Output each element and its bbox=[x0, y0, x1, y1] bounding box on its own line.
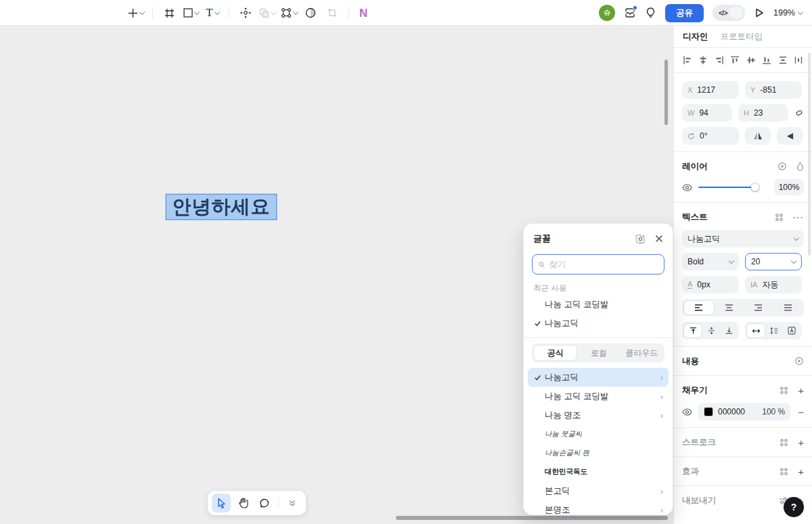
font-list-item[interactable]: 나눔 붓글씨 bbox=[528, 425, 669, 444]
letter-spacing-input[interactable]: A 0px bbox=[682, 276, 739, 293]
height-input[interactable]: H 23 bbox=[738, 104, 788, 122]
align-top-button[interactable] bbox=[730, 55, 740, 65]
layer-visibility-button[interactable] bbox=[682, 184, 692, 191]
font-list-item[interactable]: 대한민국독도 bbox=[528, 462, 669, 481]
y-position-input[interactable]: Y -851 bbox=[745, 81, 802, 99]
slider-knob[interactable] bbox=[751, 183, 759, 191]
fill-section: 채우기 + 000000 100 % − bbox=[674, 376, 812, 428]
close-dialog-button[interactable] bbox=[655, 235, 663, 243]
move-position-tool-button[interactable] bbox=[237, 3, 254, 22]
opacity-slider[interactable] bbox=[698, 183, 759, 191]
auto-width-button[interactable] bbox=[746, 323, 765, 338]
blend-mode-button[interactable] bbox=[777, 162, 787, 171]
align-vertical-center-button[interactable] bbox=[746, 55, 756, 65]
collapse-dock-button[interactable] bbox=[283, 494, 302, 513]
panel-scrollbar[interactable] bbox=[808, 53, 811, 256]
align-horizontal-center-button[interactable] bbox=[698, 55, 708, 65]
content-settings-button[interactable] bbox=[794, 356, 804, 366]
font-list-item[interactable]: 나눔 명조 › bbox=[528, 406, 669, 425]
align-right-button[interactable] bbox=[715, 55, 724, 65]
add-stroke-button[interactable]: + bbox=[798, 437, 804, 448]
tab-design[interactable]: 디자인 bbox=[683, 31, 708, 43]
align-text-bottom-button[interactable] bbox=[720, 323, 738, 338]
mask-contrast-tool-button[interactable] bbox=[302, 3, 319, 22]
font-list-item[interactable]: 나눔 고딕 코딩발 › bbox=[528, 387, 669, 406]
font-search-box[interactable] bbox=[532, 254, 664, 275]
add-fill-button[interactable]: + bbox=[798, 385, 804, 396]
color-swatch[interactable] bbox=[704, 407, 713, 416]
font-list-item[interactable]: 본고딕 › bbox=[528, 481, 669, 500]
stroke-styles-button[interactable] bbox=[780, 438, 788, 447]
idea-bulb-button[interactable] bbox=[645, 7, 656, 19]
share-button[interactable]: 공유 bbox=[665, 4, 704, 22]
distribute-horizontal-button[interactable] bbox=[794, 55, 803, 65]
chevron-down-icon bbox=[292, 9, 298, 14]
font-list-item[interactable]: 본명조 › bbox=[528, 500, 669, 515]
vector-edit-tool-button[interactable] bbox=[280, 3, 298, 22]
font-list-item[interactable]: 나눔고딕 › bbox=[528, 368, 669, 387]
recent-font-item[interactable]: 나눔 고딕 코딩발 bbox=[528, 295, 669, 314]
remove-fill-button[interactable]: − bbox=[798, 406, 804, 418]
text-tool-button[interactable]: T bbox=[204, 3, 221, 22]
flip-vertical-button[interactable] bbox=[777, 127, 803, 145]
align-bottom-button[interactable] bbox=[762, 55, 771, 65]
recent-font-item[interactable]: 나눔고딕 bbox=[528, 314, 669, 333]
width-input[interactable]: W 94 bbox=[682, 104, 732, 122]
text-more-options-button[interactable]: ··· bbox=[793, 212, 804, 222]
comment-tool[interactable] bbox=[255, 494, 274, 513]
line-height-input[interactable]: IA 자동 bbox=[745, 276, 802, 293]
layer-fill-opacity-button[interactable] bbox=[796, 162, 804, 171]
tab-cloud[interactable]: 클라우드 bbox=[621, 345, 663, 361]
text-align-right-button[interactable] bbox=[744, 300, 773, 315]
fixed-size-button[interactable] bbox=[783, 323, 800, 338]
font-settings-button[interactable] bbox=[635, 234, 646, 244]
zoom-level-dropdown[interactable]: 199% bbox=[773, 8, 803, 18]
hand-pan-tool[interactable] bbox=[233, 494, 252, 513]
font-family-select[interactable]: 나눔고딕 bbox=[682, 230, 804, 247]
dev-mode-toggle[interactable]: </> bbox=[713, 5, 745, 21]
avatar[interactable]: 슈 bbox=[599, 5, 615, 21]
rotation-input[interactable]: 0° bbox=[682, 127, 739, 145]
opacity-value-input[interactable]: 100% bbox=[774, 179, 804, 195]
add-tool-button[interactable] bbox=[127, 3, 145, 22]
font-search-input[interactable] bbox=[549, 260, 658, 269]
text-align-left-button[interactable] bbox=[683, 300, 715, 315]
add-effect-button[interactable]: + bbox=[798, 466, 804, 477]
selected-text-layer[interactable]: 안녕하세요 bbox=[166, 195, 276, 219]
constrain-proportions-button[interactable] bbox=[794, 108, 804, 118]
align-text-middle-button[interactable] bbox=[702, 323, 720, 338]
help-button[interactable]: ? bbox=[784, 497, 804, 517]
flip-horizontal-button[interactable] bbox=[745, 127, 771, 145]
tab-local[interactable]: 로컬 bbox=[577, 345, 620, 361]
fill-visibility-button[interactable] bbox=[682, 408, 692, 416]
recent-fonts-label: 최근 사용 bbox=[533, 283, 663, 293]
fill-hex-value[interactable]: 000000 bbox=[718, 407, 745, 416]
canvas-horizontal-scrollbar[interactable] bbox=[396, 516, 668, 520]
align-left-button[interactable] bbox=[683, 55, 692, 65]
font-list-item[interactable]: 나눔손글씨 펜 bbox=[528, 444, 669, 462]
tab-prototype[interactable]: 프로토타입 bbox=[721, 31, 763, 43]
align-text-top-button[interactable] bbox=[683, 323, 702, 338]
text-align-justify-button[interactable] bbox=[773, 300, 803, 315]
text-align-center-button[interactable] bbox=[715, 300, 744, 315]
select-cursor-tool[interactable] bbox=[212, 494, 231, 513]
x-value: 1217 bbox=[697, 85, 734, 95]
boolean-groups-button bbox=[258, 3, 276, 22]
frame-tool-button[interactable] bbox=[160, 3, 178, 22]
inbox-button[interactable] bbox=[624, 7, 636, 19]
distribute-vertical-button[interactable] bbox=[778, 55, 788, 65]
tab-official[interactable]: 공식 bbox=[533, 345, 577, 361]
font-size-select[interactable]: 20 bbox=[745, 253, 802, 270]
x-position-input[interactable]: X 1217 bbox=[682, 81, 739, 99]
app-logo[interactable]: N bbox=[357, 3, 374, 22]
present-play-button[interactable] bbox=[754, 7, 765, 18]
text-styles-button[interactable] bbox=[775, 213, 784, 222]
effects-styles-button[interactable] bbox=[780, 467, 788, 476]
fill-opacity-value[interactable]: 100 % bbox=[762, 407, 785, 416]
fill-color-row[interactable]: 000000 100 % bbox=[698, 403, 790, 421]
shape-tool-button[interactable] bbox=[182, 3, 200, 22]
font-weight-select[interactable]: Bold bbox=[682, 253, 739, 270]
auto-height-button[interactable] bbox=[765, 323, 783, 338]
fill-styles-button[interactable] bbox=[780, 386, 788, 395]
canvas-vertical-scrollbar[interactable] bbox=[664, 59, 668, 125]
